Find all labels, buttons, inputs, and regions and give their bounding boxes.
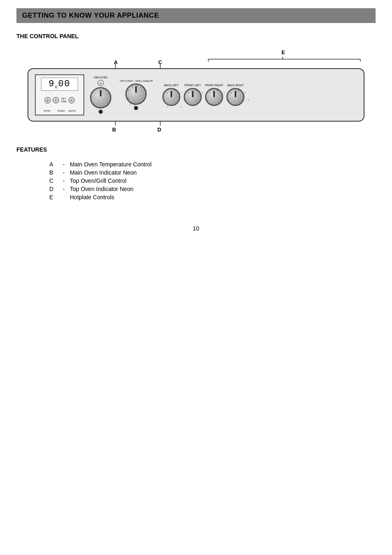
feature-item-b: B - Main Oven Indicator Neon [49,169,376,176]
svg-line-22 [181,106,182,107]
feature-item-d: D - Top Oven Indicator Neon [49,186,376,192]
timer-display: 9o00 [41,78,78,91]
svg-line-30 [224,92,224,93]
feature-item-a: A - Main Oven Temperature Control [49,161,376,168]
timer-controls: ⊙ + SET TIME ⊙ [44,97,75,104]
feature-letter-e: E [49,194,58,200]
svg-line-31 [210,92,210,93]
feature-letter-d: D [49,186,58,192]
fan-oven-label: FAN OVEN [94,76,108,79]
top-oven-knob[interactable]: 1 2 3 [125,83,147,105]
page-title: GETTING TO KNOW YOUR APPLIANCE [22,12,370,20]
back-right-knob-group: BACK RIGHT [226,84,244,106]
timer-labels: SET TIME [61,97,67,103]
hotplate-section: BACK LEFT [162,84,244,106]
feature-letter-a: A [49,161,58,168]
front-right-label: FRONT RIGHT [205,84,223,87]
front-right-knob[interactable] [205,88,223,106]
plus-button[interactable]: + [53,97,59,104]
front-left-knob[interactable] [184,88,202,106]
feature-dash-d: - [58,186,70,192]
svg-line-23 [167,106,168,107]
back-right-scale [226,88,251,112]
svg-line-26 [188,92,189,93]
svg-line-18 [181,92,182,93]
stop-button[interactable]: ⊙ [44,97,51,104]
feature-dash-b: - [58,169,70,176]
appliance-panel: 9o00 ⊙ + SET TIME ⊙ STOP PUSH [28,68,364,122]
feature-desc-d: Top Oven Indicator Neon [70,186,376,192]
svg-line-10 [142,86,143,88]
push-label: PUSH [58,110,65,112]
top-oven-knob-group: TOP OVEN— GRILL bottom▼ [120,80,152,110]
svg-text:2: 2 [134,104,136,106]
back-right-knob[interactable] [226,88,244,106]
feature-dash-a: - [58,161,70,168]
back-left-scale [162,88,187,112]
timer-section: 9o00 ⊙ + SET TIME ⊙ STOP PUSH [35,74,84,115]
svg-point-8 [90,87,114,111]
feature-letter-b: B [49,169,58,176]
fan-oven-icon: A [97,80,104,86]
feature-desc-e: Hotplate Controls [70,194,376,200]
control-panel-title: THE CONTROL PANEL [16,33,376,39]
timer-bottom-labels: STOP PUSH BOTH [44,110,76,112]
features-title: FEATURES [16,146,376,153]
control-panel-section: THE CONTROL PANEL A C E [16,33,376,134]
label-b: B [112,127,116,133]
back-left-knob[interactable] [162,88,180,106]
svg-line-19 [167,92,168,93]
feature-desc-b: Main Oven Indicator Neon [70,169,376,176]
top-oven-label: TOP OVEN— GRILL bottom▼ [120,80,152,83]
page-number: 10 [16,225,376,232]
label-e: E [281,49,285,55]
feature-dash-e [58,194,70,200]
svg-text:A: A [99,81,102,85]
front-left-scale [183,88,208,112]
feature-dash-c: - [58,177,70,184]
front-right-knob-group: FRONT RIGHT [205,84,223,106]
svg-line-25 [202,92,203,93]
top-oven-knob-wrapper: 1 2 3 [125,83,147,110]
svg-line-11 [145,90,146,91]
stop-label: STOP [44,110,50,112]
back-left-knob-group: BACK LEFT [162,84,180,106]
svg-line-12 [132,86,133,88]
back-left-label: BACK LEFT [164,84,178,87]
fan-oven-knob-group: FAN OVEN A [90,76,111,114]
front-left-label: FRONT LEFT [184,84,201,87]
label-d: D [157,127,161,133]
feature-item-c: C - Top Oven/Grill Control [49,177,376,184]
page-header: GETTING TO KNOW YOUR APPLIANCE [16,8,376,23]
features-list: A - Main Oven Temperature Control B - Ma… [49,161,376,200]
top-oven-scale: 1 2 3 [125,83,150,108]
features-section: FEATURES A - Main Oven Temperature Contr… [16,146,376,200]
front-left-knob-group: FRONT LEFT [184,84,202,106]
e-bracket [28,55,364,62]
svg-text:1: 1 [130,102,131,105]
both-label: BOTH [69,110,76,112]
fan-oven-knob[interactable] [90,87,111,108]
fan-oven-knob-wrapper: A [90,80,111,114]
fan-oven-scale [90,87,114,111]
front-right-scale [205,88,229,112]
feature-item-e: E Hotplate Controls [49,194,376,200]
svg-text:3: 3 [127,97,129,100]
diagram-area: A C E 9o00 [28,48,364,134]
svg-line-13 [128,90,129,91]
back-right-label: BACK RIGHT [227,84,244,87]
svg-line-35 [245,92,246,93]
feature-desc-c: Top Oven/Grill Control [70,177,376,184]
bottom-labels-row: B D [28,122,364,134]
feature-letter-c: C [49,177,58,184]
bd-lines [28,122,364,127]
svg-line-36 [231,92,232,93]
feature-desc-a: Main Oven Temperature Control [70,161,376,168]
both-button[interactable]: ⊙ [68,97,75,104]
